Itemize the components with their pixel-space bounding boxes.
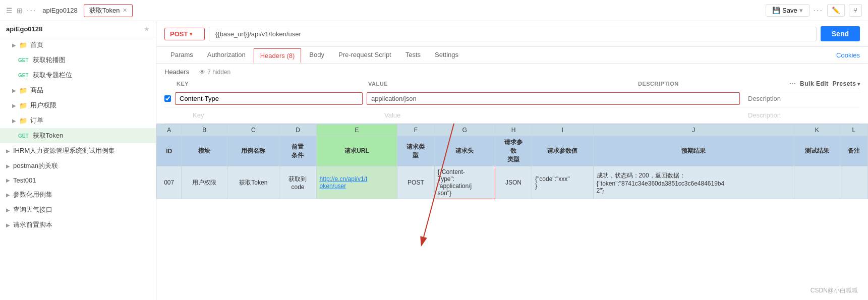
col-h-letter: H <box>495 125 532 136</box>
url-input[interactable] <box>209 27 817 41</box>
sidebar-label-column: 获取专题栏位 <box>33 71 72 80</box>
method-dropdown-icon: ▾ <box>190 31 192 37</box>
sidebar-item-ihrm[interactable]: ▶ IHRM人力资源管理系统测试用例集 <box>0 143 156 158</box>
sidebar-item-weather[interactable]: ▶ 查询天气接口 <box>0 202 156 217</box>
chevron-postman-icon: ▶ <box>6 163 10 169</box>
col-precond-header: 前置条件 <box>279 136 316 166</box>
presets-btn[interactable]: Presets ▾ <box>833 80 860 87</box>
headers-table: KEY VALUE DESCRIPTION ··· Bulk Edit Pres… <box>156 78 868 124</box>
sidebar-item-carousel[interactable]: GET 获取轮播图 <box>0 52 156 68</box>
sidebar-item-userperms[interactable]: ▶ 📁 用户权限 <box>0 98 156 113</box>
headers-section: Headers 👁 7 hidden <box>156 64 868 78</box>
star-icon[interactable]: ★ <box>144 25 150 33</box>
tab-authorization[interactable]: Authorization <box>201 47 252 64</box>
tab-headers[interactable]: Headers (8) <box>254 48 302 63</box>
cell-007-expected: 成功，状态码：200，返回数据：{"token":"8741c34e360da3… <box>593 166 794 199</box>
header-placeholder-row: Key Value Description <box>164 107 860 124</box>
value-placeholder: Value <box>380 109 740 121</box>
chevron-icon: ▶ <box>12 42 16 48</box>
sidebar-label-postman: postman的关联 <box>13 161 58 170</box>
tab-close-icon[interactable]: ✕ <box>123 7 127 14</box>
hidden-badge: 👁 7 hidden <box>199 69 230 76</box>
col-i-letter: I <box>532 125 594 136</box>
col-paramtype-header: 请求参数类型 <box>495 136 532 166</box>
method-select[interactable]: POST ▾ <box>164 28 205 40</box>
save-button[interactable]: 💾 Save ▾ <box>766 4 809 17</box>
col-l-letter: L <box>840 125 867 136</box>
sidebar-item-get-token[interactable]: GET 获取Token <box>0 128 156 143</box>
hamburger-icon[interactable]: ☰ <box>6 7 13 15</box>
sidebar-item-prerequest[interactable]: ▶ 请求前置脚本 <box>0 217 156 232</box>
col-g-letter: G <box>434 125 495 136</box>
desc-placeholder: Description <box>744 109 860 121</box>
presets-chevron-icon: ▾ <box>857 81 860 87</box>
chevron-weather-icon: ▶ <box>6 207 10 213</box>
headers-col-row: KEY VALUE DESCRIPTION ··· Bulk Edit Pres… <box>164 78 860 90</box>
bulk-edit-btn[interactable]: Bulk Edit <box>800 80 829 87</box>
cell-007-notes <box>840 166 867 199</box>
watermark: CSDN@小白呱呱 <box>811 286 858 295</box>
cookies-link[interactable]: Cookies <box>836 51 860 59</box>
tab-params[interactable]: Params <box>164 47 199 64</box>
chevron-orders-icon: ▶ <box>12 118 16 124</box>
header-key-input-1[interactable] <box>175 92 363 105</box>
chevron-param-icon: ▶ <box>6 192 10 198</box>
header-value-input-1[interactable] <box>367 92 740 105</box>
cell-007-url[interactable]: http://e.cn/api/v1/token/user <box>316 166 397 199</box>
sidebar-item-orders[interactable]: ▶ 📁 订单 <box>0 113 156 128</box>
col-k-letter: K <box>794 125 840 136</box>
value-col-header: VALUE <box>368 81 638 87</box>
sidebar-label-carousel: 获取轮播图 <box>33 55 66 65</box>
col-casename-header: 用例名称 <box>227 136 279 166</box>
chevron-user-icon: ▶ <box>12 103 16 108</box>
top-dots-icon[interactable]: ··· <box>27 6 36 15</box>
sidebar-item-goods[interactable]: ▶ 📁 商品 <box>0 83 156 98</box>
sidebar-item-shouye[interactable]: ▶ 📁 首页 <box>0 37 156 52</box>
tab-tests[interactable]: Tests <box>399 47 427 64</box>
hidden-count: 7 hidden <box>207 69 230 76</box>
col-d-letter: D <box>279 125 316 136</box>
sidebar-label-ihrm: IHRM人力资源管理系统测试用例集 <box>13 146 115 155</box>
get-badge: GET <box>18 57 29 63</box>
sidebar-label-test001: Test001 <box>13 176 36 184</box>
edit-button[interactable]: ✏️ <box>827 4 845 17</box>
send-button[interactable]: Send <box>821 26 860 41</box>
folder-icon: 📁 <box>19 41 27 49</box>
col-testresult-header: 测试结果 <box>794 136 840 166</box>
tab-settings[interactable]: Settings <box>429 47 465 64</box>
save-dropdown-icon[interactable]: ▾ <box>799 7 803 14</box>
header-desc-input-1[interactable] <box>744 93 860 104</box>
save-more-icon[interactable]: ··· <box>814 6 823 15</box>
active-tab[interactable]: 获取Token ✕ <box>84 4 133 17</box>
app-title: apiEgo0128 <box>42 7 77 14</box>
sidebar-item-column[interactable]: GET 获取专题栏位 <box>0 68 156 83</box>
method-label: POST <box>170 30 188 38</box>
top-bar-left: ☰ ⊞ ··· <box>6 6 36 15</box>
sidebar-app-name: apiEgo0128 <box>6 25 42 33</box>
sidebar-item-postman[interactable]: ▶ postman的关联 <box>0 158 156 173</box>
more-btn[interactable]: ··· <box>789 80 796 88</box>
layout-icon[interactable]: ⊞ <box>17 7 23 15</box>
col-a-letter: A <box>157 125 182 136</box>
desc-col-header: DESCRIPTION <box>638 81 759 87</box>
col-c-letter: C <box>227 125 279 136</box>
sheet-table: A B C D E F G H I J K L <box>156 124 868 199</box>
sidebar-label-orders: 订单 <box>30 116 43 125</box>
presets-label: Presets <box>833 80 856 87</box>
sheet-row-007: 007 用户权限 获取Token 获取到code http://e.cn/api… <box>157 166 868 199</box>
col-module-header: 模块 <box>182 136 227 166</box>
eye-icon: 👁 <box>199 69 205 76</box>
col-notes-header: 备注 <box>840 136 867 166</box>
tab-prerequest[interactable]: Pre-request Script <box>332 47 397 64</box>
sidebar-label-prerequest: 请求前置脚本 <box>13 220 52 229</box>
sidebar-item-test001[interactable]: ▶ Test001 <box>0 173 156 187</box>
tab-body[interactable]: Body <box>303 47 330 64</box>
sidebar-label-shouye: 首页 <box>30 40 43 49</box>
request-tabs: Params Authorization Headers (8) Body Pr… <box>156 47 868 64</box>
sidebar-item-parameterized[interactable]: ▶ 参数化用例集 <box>0 187 156 202</box>
folder-user-icon: 📁 <box>19 102 27 109</box>
header-checkbox-1[interactable] <box>164 95 171 102</box>
col-headers-header: 请求头 <box>434 136 495 166</box>
tab-label: 获取Token <box>89 6 120 15</box>
fork-button[interactable]: ⑂ <box>849 4 862 17</box>
